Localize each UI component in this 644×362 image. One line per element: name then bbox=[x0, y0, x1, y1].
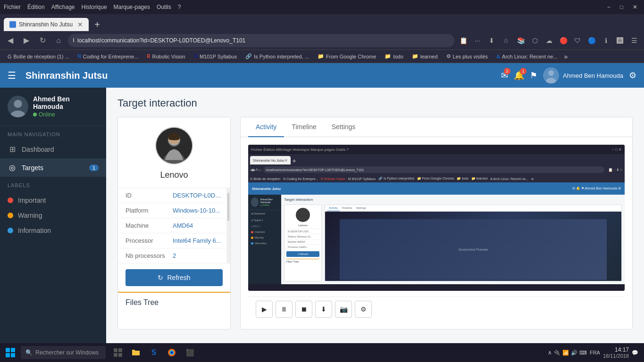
taskbar-clock: 14:17 18/11/2018 bbox=[603, 346, 629, 359]
svg-rect-11 bbox=[6, 353, 10, 357]
ext3-icon[interactable]: 🔵 bbox=[585, 34, 598, 47]
home-button[interactable]: ⌂ bbox=[52, 34, 65, 47]
ext4-icon[interactable]: ℹ bbox=[600, 34, 612, 47]
tab-favicon bbox=[9, 21, 16, 28]
bookmark-m101p[interactable]: M M101P Syllabus bbox=[190, 53, 241, 60]
network-icon[interactable]: 🔌 bbox=[554, 350, 560, 356]
nested-refresh-btn: ↻ Refresh bbox=[286, 251, 319, 257]
forward-button[interactable]: ▶ bbox=[20, 34, 33, 47]
labels-title: LABELS bbox=[0, 177, 106, 191]
address-bar[interactable]: ℹ localhost/communication?id=DESKTOP-L0D… bbox=[68, 34, 454, 47]
pause-button[interactable]: ⏸ bbox=[276, 301, 293, 318]
sidebar-toggle[interactable]: ☰ bbox=[8, 70, 16, 81]
back-button[interactable]: ◀ bbox=[4, 34, 17, 47]
bookmark-learned[interactable]: 📁 learned bbox=[408, 52, 442, 60]
menu-fichier[interactable]: Fichier bbox=[4, 4, 21, 10]
taskbar-search-text: Rechercher sur Windows bbox=[35, 349, 99, 356]
tab-settings[interactable]: Settings bbox=[324, 117, 363, 137]
nested-bookmarks: G Boîte de réception N Coding for Entrep… bbox=[248, 175, 625, 182]
taskbar-app-s[interactable]: S bbox=[145, 344, 162, 361]
menu-open-icon[interactable]: ☰ bbox=[628, 34, 640, 47]
taskbar-date: 18/11/2018 bbox=[603, 353, 629, 359]
bookmark-chrome-label: From Google Chrome bbox=[326, 54, 376, 59]
record-button[interactable]: ▶ bbox=[256, 301, 273, 318]
label-item-important[interactable]: Important bbox=[0, 193, 106, 208]
tab-timeline[interactable]: Timeline bbox=[284, 117, 324, 137]
new-tab-button[interactable]: + bbox=[91, 18, 104, 31]
record-icon: ▶ bbox=[262, 305, 267, 313]
menu-affichage[interactable]: Affichage bbox=[51, 4, 75, 10]
bookmarks-more-button[interactable]: » bbox=[562, 53, 569, 60]
stop-button[interactable]: ⏹ bbox=[295, 301, 312, 318]
tab-close-button[interactable]: ✕ bbox=[77, 21, 83, 28]
notification-bell[interactable]: 🔔 1 bbox=[514, 70, 524, 81]
reader-icon[interactable]: 📋 bbox=[457, 34, 469, 47]
nested-detail-processor: Processor Intel64... bbox=[286, 244, 319, 249]
link-icon: 🔗 bbox=[245, 53, 252, 59]
svg-point-1 bbox=[546, 78, 556, 83]
library-icon[interactable]: 📚 bbox=[515, 34, 527, 47]
reload-button[interactable]: ↻ bbox=[36, 34, 49, 47]
nested-left-panel: Lenovo ID DESKTOP-L0DT... Platform Windo… bbox=[284, 205, 322, 281]
adblock-icon[interactable]: 🅰 bbox=[614, 34, 626, 47]
menu-outils[interactable]: Outils bbox=[157, 4, 171, 10]
taskbar-app-explorer[interactable] bbox=[127, 344, 144, 361]
taskbar-app-files[interactable] bbox=[109, 344, 126, 361]
bookmark-inbox[interactable]: G Boîte de réception (1) ... bbox=[4, 53, 73, 60]
start-button[interactable] bbox=[2, 344, 19, 361]
download-button[interactable]: ⬇ bbox=[315, 301, 332, 318]
scroll-thumb bbox=[227, 193, 229, 221]
bookmark-star[interactable]: ☆ bbox=[500, 34, 512, 47]
bookmark-from-chrome[interactable]: 📁 From Google Chrome bbox=[314, 52, 380, 60]
bookmark-robotic[interactable]: R Robotic Vision bbox=[143, 53, 189, 60]
volume-icon[interactable]: 🔊 bbox=[571, 350, 577, 356]
nested-detail-machine: Machine AMD64 bbox=[286, 239, 319, 244]
user-info[interactable]: Ahmed Ben Hamouda bbox=[543, 67, 623, 83]
refresh-button[interactable]: ↻ Refresh bbox=[125, 269, 223, 286]
minimize-button[interactable]: − bbox=[604, 4, 613, 10]
wifi-icon[interactable]: 📶 bbox=[562, 350, 569, 356]
menu-marquepages[interactable]: Marque-pages bbox=[114, 4, 150, 10]
maximize-button[interactable]: □ bbox=[617, 4, 626, 10]
taskbar-app-terminal[interactable]: ⬛ bbox=[181, 344, 198, 361]
settings-button[interactable]: ⚙ bbox=[355, 301, 372, 318]
browser-tab-active[interactable]: Shinranshin No Jutsu ✕ bbox=[4, 18, 89, 31]
nested-target-name: Lenovo bbox=[298, 224, 308, 227]
menu-historique[interactable]: Historique bbox=[82, 4, 107, 10]
nested-label-important: Important bbox=[248, 229, 281, 235]
keyboard-icon[interactable]: ⌨ bbox=[579, 350, 587, 356]
notification-center-icon[interactable]: 💬 bbox=[632, 350, 638, 356]
detail-label-id: ID bbox=[125, 192, 173, 199]
menu-edition[interactable]: Édition bbox=[27, 4, 45, 10]
cloud-icon[interactable]: ☁ bbox=[543, 34, 555, 47]
menu-help[interactable]: ? bbox=[178, 4, 181, 10]
bookmark-visited[interactable]: ⚙ Les plus visités bbox=[443, 52, 492, 60]
bookmark-todo[interactable]: 📁 todo bbox=[381, 52, 407, 60]
taskbar-search[interactable]: 🔍 Rechercher sur Windows bbox=[21, 346, 106, 359]
sidebar-item-dashboard[interactable]: ⊞ Dashboard bbox=[0, 140, 106, 158]
nested-browser: Fichier Édition Affichage Historique Mar… bbox=[248, 145, 625, 291]
tab-activity[interactable]: Activity bbox=[248, 117, 284, 137]
bookmark-coding[interactable]: N Coding for Entreprene... bbox=[74, 53, 142, 60]
show-hidden-icon[interactable]: ∧ bbox=[548, 349, 552, 356]
sidebar-item-targets[interactable]: ◎ Targets 1 bbox=[0, 158, 106, 177]
sync-icon[interactable]: ⬡ bbox=[529, 34, 541, 47]
bookmark-python[interactable]: 🔗 Is Python interpreted, ... bbox=[242, 52, 313, 60]
flag-icon[interactable]: ⚑ bbox=[530, 70, 537, 81]
more-icon[interactable]: ··· bbox=[471, 34, 484, 47]
pocket-icon[interactable]: ⬇ bbox=[485, 34, 498, 47]
close-button[interactable]: ✕ bbox=[630, 4, 640, 10]
taskbar-app-firefox[interactable] bbox=[163, 344, 180, 361]
ext1-icon[interactable]: 🔴 bbox=[557, 34, 569, 47]
ext2-icon[interactable]: 🛡 bbox=[571, 34, 584, 47]
label-item-information[interactable]: Information bbox=[0, 223, 106, 238]
screenshot-button[interactable]: 📷 bbox=[335, 301, 352, 318]
detail-value-nbproc: 2 bbox=[173, 252, 223, 259]
nested-nested-content: Screenshot Preview bbox=[340, 219, 606, 280]
label-item-warning[interactable]: Warning bbox=[0, 208, 106, 223]
header-settings-icon[interactable]: ⚙ bbox=[629, 70, 636, 81]
detail-value-processor: Intel64 Family 6... bbox=[173, 237, 223, 244]
mail-icon[interactable]: ✉ 2 bbox=[501, 70, 508, 81]
target-avatar-inner bbox=[156, 128, 192, 164]
bookmark-arch[interactable]: A Arch Linux: Recent ne... bbox=[493, 53, 561, 60]
